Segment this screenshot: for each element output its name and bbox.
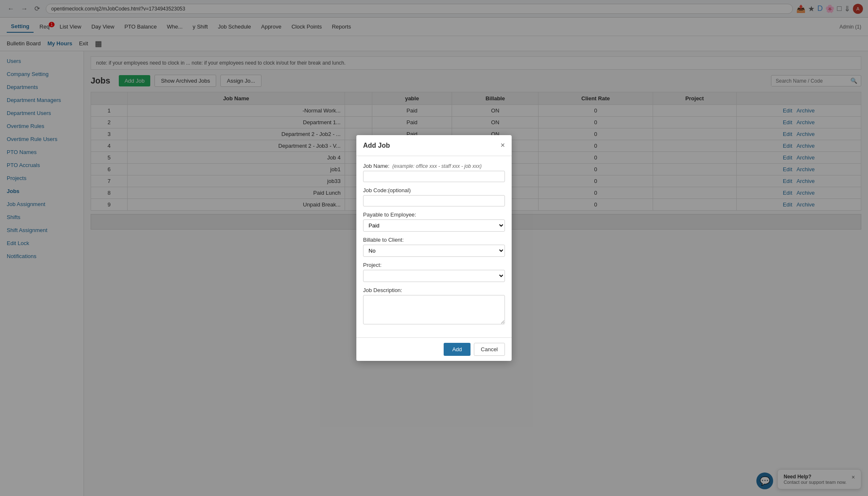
project-group: Project: [363, 262, 505, 282]
modal-header: Add Job × [356, 135, 512, 156]
payable-label: Payable to Employee: [363, 211, 505, 218]
description-group: Job Description: [363, 287, 505, 326]
modal-add-button[interactable]: Add [444, 343, 470, 356]
modal-overlay: Add Job × Job Name: (example: office xxx… [0, 0, 868, 496]
add-job-modal: Add Job × Job Name: (example: office xxx… [356, 135, 512, 361]
job-name-group: Job Name: (example: office xxx - staff x… [363, 163, 505, 182]
description-label: Job Description: [363, 287, 505, 293]
job-code-label: Job Code:(optional) [363, 187, 505, 193]
payable-select[interactable]: Paid Unpaid [363, 219, 505, 232]
modal-cancel-button[interactable]: Cancel [474, 343, 505, 356]
job-code-group: Job Code:(optional) [363, 187, 505, 206]
modal-body: Job Name: (example: office xxx - staff x… [356, 156, 512, 337]
project-label: Project: [363, 262, 505, 268]
modal-close-button[interactable]: × [500, 141, 505, 150]
modal-footer: Add Cancel [356, 337, 512, 361]
job-code-input[interactable] [363, 195, 505, 206]
modal-title: Add Job [363, 142, 390, 149]
billable-select[interactable]: No Yes [363, 245, 505, 257]
billable-group: Billable to Client: No Yes [363, 237, 505, 257]
description-textarea[interactable] [363, 295, 505, 324]
job-name-input[interactable] [363, 171, 505, 182]
project-select[interactable] [363, 270, 505, 282]
job-name-label: Job Name: (example: office xxx - staff x… [363, 163, 505, 169]
billable-label: Billable to Client: [363, 237, 505, 243]
payable-group: Payable to Employee: Paid Unpaid [363, 211, 505, 232]
